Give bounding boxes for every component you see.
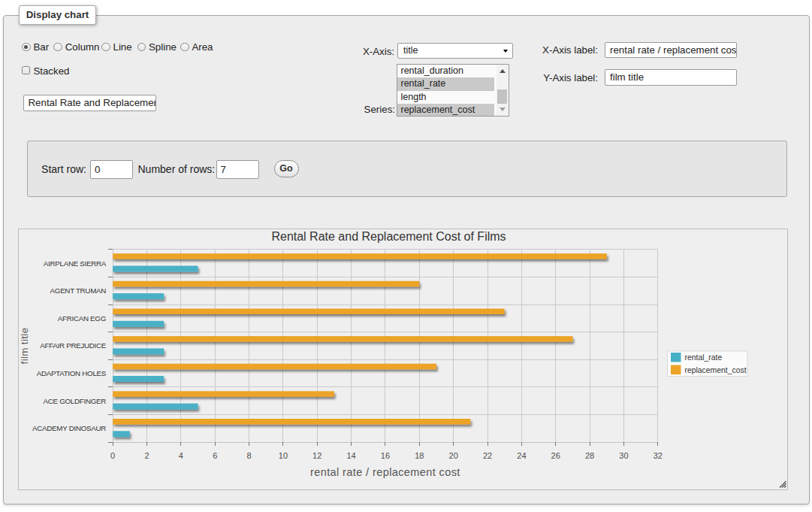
svg-text:0: 0 (110, 451, 115, 460)
svg-text:28: 28 (585, 451, 594, 460)
svg-text:replacement_cost: replacement_cost (685, 366, 747, 374)
svg-text:ACE GOLDFINGER: ACE GOLDFINGER (44, 397, 107, 405)
svg-text:AGENT TRUMAN: AGENT TRUMAN (50, 286, 107, 295)
svg-text:22: 22 (483, 451, 492, 460)
svg-text:rental rate / replacement cost: rental rate / replacement cost (310, 466, 460, 478)
svg-text:12: 12 (312, 451, 321, 460)
svg-text:4: 4 (179, 451, 183, 460)
svg-text:Rental Rate and Replacement Co: Rental Rate and Replacement Cost of Film… (271, 230, 506, 243)
svg-text:32: 32 (654, 451, 663, 460)
svg-text:AFFAIR PREJUDICE: AFFAIR PREJUDICE (40, 341, 107, 350)
svg-text:20: 20 (449, 451, 458, 460)
svg-text:6: 6 (213, 451, 217, 460)
svg-text:rental_rate: rental_rate (685, 353, 723, 362)
svg-text:30: 30 (619, 451, 628, 460)
svg-text:ACADEMY DINOSAUR: ACADEMY DINOSAUR (32, 424, 106, 432)
svg-text:ADAPTATION HOLES: ADAPTATION HOLES (37, 369, 107, 377)
svg-text:24: 24 (517, 451, 526, 460)
svg-text:AIRPLANE SIERRA: AIRPLANE SIERRA (44, 259, 107, 268)
svg-text:16: 16 (381, 451, 390, 460)
svg-text:AFRICAN EGG: AFRICAN EGG (58, 314, 106, 323)
svg-text:2: 2 (144, 451, 149, 460)
svg-text:film title: film title (19, 328, 30, 365)
svg-text:18: 18 (415, 451, 424, 460)
svg-text:26: 26 (551, 451, 560, 460)
svg-text:10: 10 (279, 451, 288, 460)
svg-text:8: 8 (246, 451, 251, 460)
svg-text:14: 14 (346, 451, 355, 460)
